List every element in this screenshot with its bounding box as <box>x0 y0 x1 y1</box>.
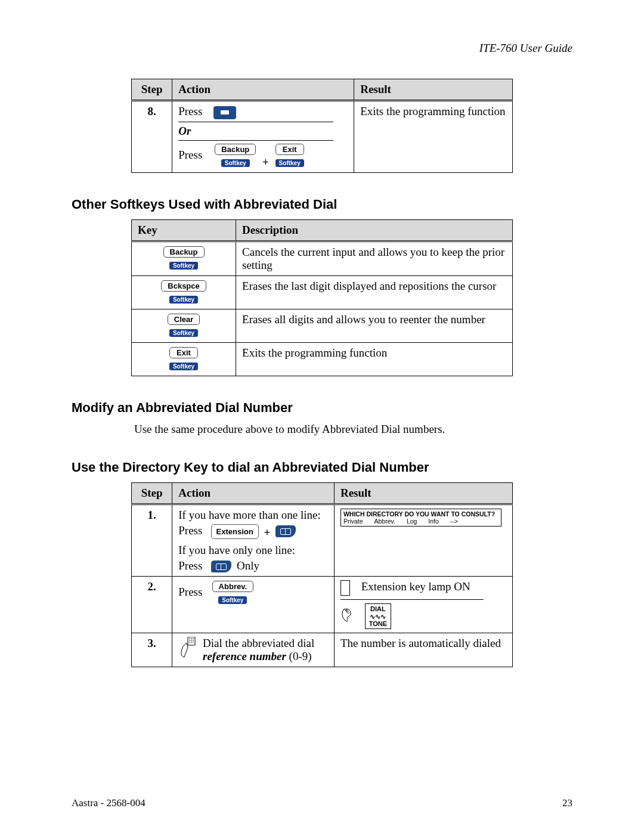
dial-l1: DIAL <box>370 605 386 612</box>
key-cell: Exit Softkey <box>132 342 236 376</box>
col-step: Step <box>132 482 172 504</box>
action-text-l2b: (0-9) <box>286 650 312 662</box>
softkey-caption: Softkey <box>169 296 198 304</box>
col-action: Action <box>172 79 354 101</box>
press-label: Press <box>178 559 202 572</box>
softkey-label: Exit <box>169 347 198 358</box>
col-result: Result <box>334 482 512 504</box>
softkey-caption: Softkey <box>218 596 247 604</box>
backup-softkey: Backup Softkey <box>163 246 205 271</box>
table-header-row: Step Action Result <box>132 482 513 504</box>
table-row: Bckspce Softkey Erases the last digit di… <box>132 275 513 309</box>
text: If you have more than one line: <box>178 509 328 522</box>
page-footer: Aastra - 2568-004 23 <box>72 797 572 809</box>
separator-line <box>178 122 333 122</box>
desc-cell: Erases the last digit displayed and repo… <box>236 275 513 309</box>
action-cell: Press Or Press Backup Softkey + Exit Sof… <box>172 101 354 173</box>
dial-wave-icon: ∿∿∿ <box>370 613 386 620</box>
col-key: Key <box>132 219 236 241</box>
plus-icon: + <box>264 526 270 539</box>
softkey-label: Bckspce <box>161 280 206 292</box>
softkey-caption: Softkey <box>221 159 250 167</box>
softkey-caption: Softkey <box>275 159 304 167</box>
clear-softkey: Clear Softkey <box>168 314 200 338</box>
svg-point-9 <box>193 642 194 643</box>
display-option: Info <box>428 518 439 525</box>
action-cell: Dial the abbreviated dial reference numb… <box>172 633 335 667</box>
lamp-icon <box>340 580 350 596</box>
step-table-2: Step Action Result 1. If you have more t… <box>131 482 513 667</box>
press-label: Press <box>178 105 202 117</box>
col-action: Action <box>172 482 335 504</box>
svg-point-4 <box>189 640 190 641</box>
press-label: Press <box>178 148 202 161</box>
display-option: Private <box>343 518 363 525</box>
body-paragraph: Use the same procedure above to modify A… <box>134 423 572 436</box>
action-cell: Press Abbrev. Softkey <box>172 577 335 633</box>
step-number: 2. <box>132 577 172 633</box>
softkey-table: Key Description Backup Softkey Cancels t… <box>131 219 513 376</box>
separator-line <box>178 140 333 141</box>
step-number: 8. <box>132 101 172 173</box>
lamp-text: Extension key lamp ON <box>361 581 470 593</box>
step-number: 1. <box>132 504 172 577</box>
desc-cell: Erases all digits and allows you to reen… <box>236 309 513 342</box>
header-title: ITE-760 User Guide <box>72 42 572 55</box>
separator-line <box>340 599 484 600</box>
key-cell: Backup Softkey <box>132 241 236 275</box>
phone-display: WHICH DIRECTORY DO YOU WANT TO CONSULT? … <box>340 509 501 527</box>
step-table-1: Step Action Result 8. Press Or Press Bac… <box>131 79 513 173</box>
softkey-label: Backup <box>163 246 205 258</box>
dial-l2: TONE <box>369 620 387 627</box>
softkey-label: Exit <box>275 144 304 155</box>
bckspce-softkey: Bckspce Softkey <box>161 280 206 305</box>
key-cell: Clear Softkey <box>132 309 236 342</box>
result-cell: WHICH DIRECTORY DO YOU WANT TO CONSULT? … <box>334 504 512 577</box>
or-label: Or <box>178 125 348 138</box>
section-heading-modify: Modify an Abbreviated Dial Number <box>72 400 572 416</box>
phone-key-icon <box>213 106 236 119</box>
display-option: --> <box>450 518 458 525</box>
action-text-l1: Dial the abbreviated dial <box>203 637 314 649</box>
result-cell: The number is automatically dialed <box>334 633 512 667</box>
table-row: 2. Press Abbrev. Softkey Extension key l… <box>132 577 513 633</box>
backup-softkey: Backup Softkey <box>215 144 256 168</box>
result-cell: Extension key lamp ON DIAL ∿∿∿ TONE <box>334 577 512 633</box>
svg-point-7 <box>189 642 190 643</box>
softkey-label: Clear <box>168 314 200 325</box>
softkey-label: Abbrev. <box>212 581 253 592</box>
dial-tone-icon: DIAL ∿∿∿ TONE <box>365 603 391 628</box>
col-step: Step <box>132 79 172 101</box>
table-header-row: Key Description <box>132 219 513 241</box>
svg-point-3 <box>193 638 194 639</box>
table-row: Exit Softkey Exits the programming funct… <box>132 342 513 376</box>
action-text-l2a: reference number <box>203 650 286 662</box>
table-header-row: Step Action Result <box>132 79 513 101</box>
abbrev-softkey: Abbrev. Softkey <box>212 581 253 605</box>
section-heading-other-softkeys: Other Softkeys Used with Abbreviated Dia… <box>72 197 572 212</box>
display-title: WHICH DIRECTORY DO YOU WANT TO CONSULT? <box>343 510 499 518</box>
svg-point-8 <box>191 642 192 643</box>
svg-point-2 <box>191 638 192 639</box>
exit-softkey: Exit Softkey <box>169 347 198 371</box>
extension-key-icon: Extension <box>211 524 259 539</box>
only-label: Only <box>237 559 259 572</box>
plus-icon: + <box>262 156 269 169</box>
table-row: Backup Softkey Cancels the current input… <box>132 241 513 275</box>
result-cell: Exits the programming function <box>354 101 513 173</box>
table-row: 3. Dial the abbreviated dial reference n… <box>132 633 513 667</box>
key-cell: Bckspce Softkey <box>132 275 236 309</box>
svg-point-5 <box>191 640 192 641</box>
step-number: 3. <box>132 633 172 667</box>
softkey-label: Backup <box>215 144 256 155</box>
footer-left: Aastra - 2568-004 <box>72 797 145 809</box>
directory-key-icon <box>211 561 231 572</box>
col-description: Description <box>236 219 513 241</box>
col-result: Result <box>354 79 513 101</box>
keypad-hand-icon <box>178 637 196 661</box>
ear-icon <box>340 606 355 626</box>
table-row: Clear Softkey Erases all digits and allo… <box>132 309 513 342</box>
directory-key-icon <box>275 525 296 537</box>
action-cell: If you have more than one line: Press Ex… <box>172 504 335 577</box>
display-option: Abbrev. <box>374 518 395 525</box>
